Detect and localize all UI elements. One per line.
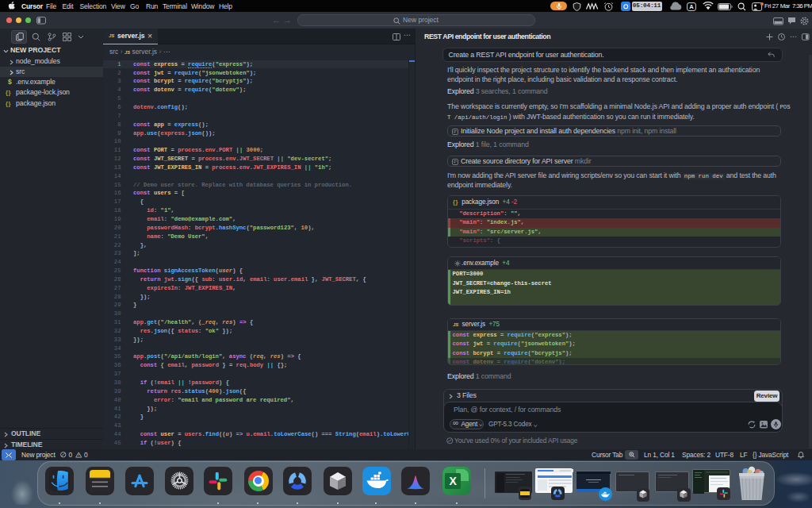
svg-text:A: A <box>689 3 694 10</box>
